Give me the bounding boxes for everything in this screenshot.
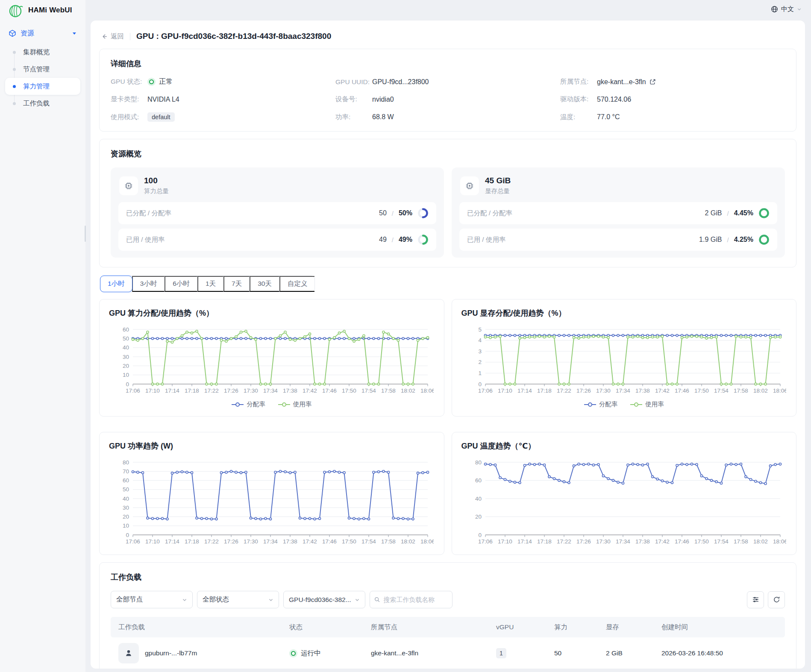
- workload-search-input[interactable]: [383, 596, 448, 603]
- svg-text:17:42: 17:42: [303, 387, 317, 394]
- svg-text:17:14: 17:14: [517, 538, 532, 545]
- svg-text:20: 20: [123, 363, 129, 369]
- memory-used-ring: [758, 234, 770, 245]
- svg-text:50: 50: [123, 335, 129, 342]
- svg-text:17:10: 17:10: [145, 538, 160, 545]
- svg-text:17:50: 17:50: [694, 538, 709, 545]
- compute-trend-chart: 010203040506017:0617:1017:1417:1817:2217…: [109, 325, 434, 397]
- svg-text:17:26: 17:26: [224, 387, 238, 394]
- workload-name[interactable]: gpuburn-...-lb77m: [145, 649, 197, 657]
- svg-text:17:06: 17:06: [126, 538, 140, 545]
- chart-title: GPU 功率趋势 (W): [109, 441, 435, 451]
- table-row[interactable]: gpuburn-...-lb77m 运行中 gke-kant...e-3fln …: [111, 637, 785, 669]
- app-title: HAMi WebUI: [28, 6, 72, 15]
- svg-text:60: 60: [123, 326, 129, 333]
- svg-text:17:14: 17:14: [165, 538, 179, 545]
- compute-used-row: 已用 / 使用率 49 / 49%: [118, 229, 436, 251]
- field-usage-mode: 使用模式: default: [111, 112, 335, 122]
- svg-text:1: 1: [478, 370, 482, 376]
- memory-used-row: 已用 / 使用率 1.9 GiB / 4.25%: [459, 229, 777, 251]
- sidebar-group-resources[interactable]: 资源: [5, 24, 80, 43]
- svg-text:30: 30: [123, 505, 129, 511]
- svg-text:17:06: 17:06: [478, 387, 493, 394]
- field-node: 所属节点: gke-kant...e-3fln: [560, 77, 785, 86]
- power-trend-chart: 0102030405060708017:0617:1017:1417:1817:…: [109, 458, 434, 548]
- memory-trend-chart-card: GPU 显存分配/使用趋势（%） 01234517:0617:1017:1417…: [452, 299, 797, 417]
- tab-30d[interactable]: 30天: [250, 276, 279, 292]
- column-settings-button[interactable]: [747, 591, 764, 608]
- svg-text:50: 50: [123, 486, 129, 493]
- svg-text:17:10: 17:10: [145, 387, 160, 394]
- sidebar-item-compute-management[interactable]: 算力管理: [5, 78, 80, 95]
- svg-text:2: 2: [478, 359, 482, 365]
- workload-icon: [118, 643, 139, 663]
- svg-text:17:54: 17:54: [714, 538, 729, 545]
- svg-text:17:22: 17:22: [204, 538, 219, 545]
- memory-overview-card: 45 GiB 显存总量 已分配 / 分配率 2 GiB / 4.45% 已用 /: [452, 167, 785, 258]
- field-power: 功率: 68.8 W: [335, 112, 560, 122]
- chart-title: GPU 算力分配/使用趋势（%）: [109, 308, 435, 318]
- sidebar-resize-handle[interactable]: [85, 226, 86, 242]
- svg-text:0: 0: [478, 381, 482, 387]
- workload-memory: 2 GiB: [598, 637, 654, 669]
- chart-legend: 分配率 使用率: [109, 400, 435, 408]
- svg-text:17:38: 17:38: [283, 387, 297, 394]
- svg-text:40: 40: [123, 344, 129, 351]
- workloads-panel: 工作负载 全部节点 全部状态 GPU-f9cd036c-382...: [99, 562, 796, 669]
- gpu-filter-select[interactable]: GPU-f9cd036c-382...: [283, 591, 365, 608]
- svg-text:3: 3: [478, 348, 482, 355]
- tab-3h[interactable]: 3小时: [132, 276, 165, 292]
- chevron-down-icon: [268, 597, 273, 602]
- chart-title: GPU 温度趋势（℃）: [461, 441, 787, 451]
- compute-total-label: 算力总量: [144, 187, 169, 195]
- tab-6h[interactable]: 6小时: [165, 276, 197, 292]
- cube-icon: [9, 29, 16, 37]
- details-title: 详细信息: [111, 59, 785, 69]
- svg-text:18:02: 18:02: [401, 538, 415, 545]
- svg-text:17:34: 17:34: [616, 387, 630, 394]
- svg-text:17:18: 17:18: [185, 387, 199, 394]
- svg-text:18:06: 18:06: [420, 387, 434, 394]
- svg-text:18:06: 18:06: [773, 538, 786, 545]
- sidebar-item-node-management[interactable]: 节点管理: [5, 61, 80, 78]
- svg-text:60: 60: [123, 477, 129, 484]
- globe-icon: [771, 6, 778, 13]
- sidebar-nav: 资源 集群概览 节点管理 算力管理 工作负载: [0, 21, 85, 112]
- svg-text:0: 0: [478, 532, 482, 538]
- tab-1h[interactable]: 1小时: [100, 276, 132, 292]
- back-button[interactable]: 返回: [101, 32, 124, 41]
- svg-text:4: 4: [478, 337, 482, 343]
- language-switcher[interactable]: 中文: [771, 5, 802, 13]
- svg-text:17:42: 17:42: [655, 538, 670, 545]
- sidebar-item-workloads[interactable]: 工作负载: [5, 95, 80, 112]
- svg-text:60: 60: [475, 477, 481, 484]
- status-filter-select[interactable]: 全部状态: [197, 591, 279, 608]
- memory-total-label: 显存总量: [485, 187, 511, 195]
- svg-text:5: 5: [478, 326, 482, 333]
- svg-text:18:02: 18:02: [753, 538, 768, 545]
- svg-text:0: 0: [126, 532, 129, 538]
- workloads-title: 工作负载: [111, 572, 785, 582]
- sidebar-item-cluster-overview[interactable]: 集群概览: [5, 44, 80, 61]
- temperature-trend-chart: 02040608017:0617:1017:1417:1817:2217:261…: [461, 458, 786, 548]
- compute-used-ring: [417, 234, 429, 245]
- node-filter-select[interactable]: 全部节点: [111, 591, 193, 608]
- tab-1d[interactable]: 1天: [197, 276, 223, 292]
- power-trend-chart-card: GPU 功率趋势 (W) 0102030405060708017:0617:10…: [99, 432, 444, 555]
- table-header-row: 工作负载 状态 所属节点 vGPU 算力 显存 创建时间: [111, 617, 785, 637]
- refresh-button[interactable]: [768, 591, 785, 608]
- external-link-icon[interactable]: [649, 79, 656, 85]
- workload-compute: 50: [547, 637, 598, 669]
- svg-text:17:22: 17:22: [557, 538, 571, 545]
- svg-text:0: 0: [126, 381, 129, 387]
- tab-custom[interactable]: 自定义: [279, 276, 315, 292]
- tab-7d[interactable]: 7天: [223, 276, 250, 292]
- svg-text:17:50: 17:50: [342, 387, 356, 394]
- overview-panel: 资源概览 100 算力总量: [99, 139, 796, 267]
- workload-created: 2026-03-26 16:48:50: [654, 637, 785, 669]
- temperature-trend-chart-card: GPU 温度趋势（℃） 02040608017:0617:1017:1417:1…: [452, 432, 797, 555]
- workload-node: gke-kant...e-3fln: [363, 637, 488, 669]
- svg-text:17:14: 17:14: [165, 387, 179, 394]
- refresh-icon: [773, 596, 780, 603]
- svg-text:70: 70: [123, 468, 129, 475]
